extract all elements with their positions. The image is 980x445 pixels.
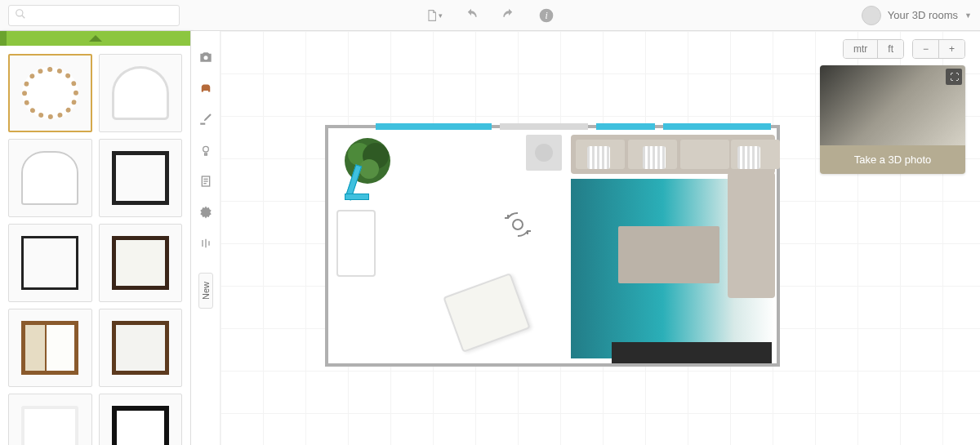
zoom-control: − + [912,39,965,59]
search-input[interactable] [8,5,180,26]
svg-point-0 [16,9,23,16]
catalog-item[interactable] [8,139,92,217]
room-outline[interactable] [325,125,780,367]
right-panel: mtr ft − + ⛶ Take a 3D photo [820,39,965,174]
unit-mtr-button[interactable]: mtr [844,40,877,58]
catalog-item[interactable] [8,394,92,445]
catalog-grid [0,46,190,445]
tv-console-object[interactable] [612,342,772,363]
svg-point-6 [203,146,208,152]
unit-toggle: mtr ft [843,39,904,59]
zoom-out-button[interactable]: − [913,40,938,58]
svg-point-19 [513,220,523,229]
main-area: New [0,31,980,445]
tool-strip: New [191,31,220,445]
notes-tool-icon[interactable] [196,171,216,191]
door-object[interactable] [345,162,371,200]
new-button[interactable]: New [198,273,213,309]
catalog-item[interactable] [99,309,183,387]
svg-point-4 [203,56,207,60]
new-document-button[interactable]: ▾ [425,7,443,24]
search-wrap [8,5,180,26]
catalog-item[interactable] [99,224,183,302]
svg-text:i: i [545,11,547,21]
catalog-item[interactable] [99,139,183,217]
chevron-down-icon: ▼ [964,11,972,20]
top-center-tools: ▾ i [425,7,555,24]
coffee-table-object[interactable] [618,226,719,283]
user-menu-label: Your 3D rooms [888,9,958,21]
catalog-item[interactable] [8,54,92,132]
unit-ft-button[interactable]: ft [877,40,903,58]
settings-tool-icon[interactable] [196,202,216,222]
furniture-tool-icon[interactable] [196,78,216,98]
svg-rect-5 [200,123,205,125]
catalog-item[interactable] [99,54,183,132]
expand-icon[interactable]: ⛶ [946,69,962,85]
svg-line-1 [22,15,25,18]
top-bar: ▾ i Your 3D rooms ▼ [0,0,980,31]
catalog-item[interactable] [99,394,183,445]
catalog-item[interactable] [8,224,92,302]
caret-up-icon [89,35,102,42]
catalog-panel [0,31,191,445]
lighting-tool-icon[interactable] [196,140,216,160]
preview-card: ⛶ Take a 3D photo [820,65,965,174]
catalog-item[interactable] [8,309,92,387]
avatar [862,6,881,25]
zoom-in-button[interactable]: + [938,40,964,58]
user-menu[interactable]: Your 3D rooms ▼ [862,6,972,25]
camera-tool-icon[interactable] [196,47,216,67]
take-3d-photo-button[interactable]: Take a 3D photo [820,145,965,174]
unit-zoom-row: mtr ft − + [820,39,965,59]
catalog-collapse-tab[interactable] [0,31,190,46]
floorplan-canvas[interactable]: mtr ft − + ⛶ Take a 3D photo [220,31,980,445]
rotate-gizmo-icon[interactable] [503,210,532,239]
window-segment[interactable] [596,123,655,130]
undo-button[interactable] [462,7,480,24]
redo-button[interactable] [500,7,518,24]
window-segment[interactable] [500,123,588,130]
info-button[interactable]: i [537,7,555,24]
armchair-object[interactable] [336,210,376,277]
preview-thumbnail[interactable]: ⛶ [820,65,965,145]
ottoman-object[interactable] [443,273,530,353]
search-icon [15,8,26,23]
window-segment[interactable] [376,123,492,130]
paint-tool-icon[interactable] [196,109,216,129]
layers-tool-icon[interactable] [196,234,216,253]
window-segment[interactable] [663,123,771,130]
side-table-object[interactable] [526,135,562,171]
